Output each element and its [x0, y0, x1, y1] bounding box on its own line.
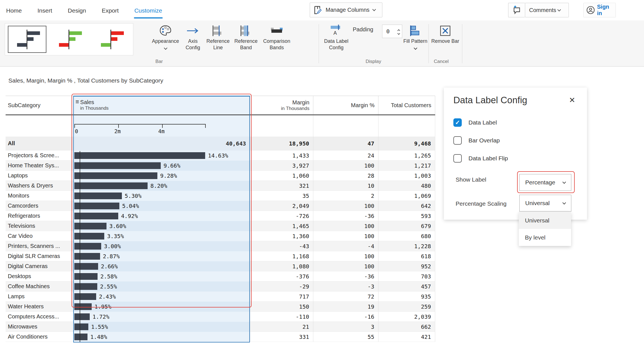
customers-cell[interactable]: 9,468 — [378, 137, 435, 151]
hamburger-icon[interactable]: ≡ — [75, 99, 79, 105]
header-sales[interactable]: ≡ Sales in Thousands — [73, 96, 250, 114]
margin-pct-cell[interactable]: 100 — [313, 201, 378, 211]
margin-pct-cell[interactable]: 24 — [313, 151, 378, 161]
menu-item-insert[interactable]: Insert — [37, 1, 53, 21]
sales-bar-cell[interactable]: 2.66% — [73, 261, 250, 271]
axis-config-button[interactable]: Axis Config — [182, 24, 204, 57]
customers-cell[interactable]: 1,217 — [378, 161, 435, 171]
margin-cell[interactable]: 1,433 — [250, 151, 313, 161]
subcategory-cell[interactable]: Lamps — [6, 292, 73, 302]
sales-bar-cell[interactable]: 4.92% — [73, 211, 250, 221]
subcategory-cell[interactable]: Computers Access... — [6, 312, 73, 322]
customers-cell[interactable]: 259 — [378, 302, 435, 312]
sales-bar-cell[interactable]: 2.43% — [73, 292, 250, 302]
add-comment-button[interactable] — [508, 3, 525, 17]
subcategory-cell[interactable]: Air Conditioners — [6, 332, 73, 342]
customers-cell[interactable]: 618 — [378, 251, 435, 261]
sales-bar-cell[interactable]: 2.58% — [73, 271, 250, 281]
sales-bar-cell[interactable]: 8.20% — [73, 181, 250, 191]
sales-bar-cell[interactable]: 1.95% — [73, 302, 250, 312]
sales-bar-cell[interactable]: 3.35% — [73, 231, 250, 241]
sales-total-cell[interactable]: 40,643 — [73, 137, 250, 151]
sales-bar-cell[interactable]: 9.66% — [73, 161, 250, 171]
menu-item-customize[interactable]: Customize — [134, 1, 163, 21]
margin-cell[interactable]: -110 — [250, 312, 313, 322]
customers-cell[interactable]: 662 — [378, 322, 435, 332]
green-red-bar-style[interactable] — [50, 26, 88, 53]
menu-item-home[interactable]: Home — [6, 1, 22, 21]
sales-bar[interactable] — [74, 283, 97, 290]
subcategory-cell[interactable]: Desktops — [6, 271, 73, 281]
sales-bar[interactable] — [74, 243, 101, 250]
dropdown-option-by-level[interactable]: By level — [519, 229, 571, 246]
customers-cell[interactable]: 680 — [378, 231, 435, 241]
sales-bar-cell[interactable]: 1.48% — [73, 332, 250, 342]
customers-cell[interactable]: 935 — [378, 292, 435, 302]
header-subcategory[interactable]: SubCategory — [6, 96, 73, 114]
comparison-bands-button[interactable]: Comparison Bands — [260, 24, 293, 57]
margin-pct-cell[interactable]: -4 — [313, 241, 378, 251]
dark-bar-style[interactable] — [8, 26, 46, 53]
margin-pct-cell[interactable]: 10 — [313, 181, 378, 191]
sales-bar[interactable] — [74, 162, 161, 169]
margin-cell[interactable]: 1,080 — [250, 261, 313, 271]
appearance-button[interactable]: Appearance — [150, 24, 181, 57]
margin-pct-cell[interactable]: 100 — [313, 221, 378, 231]
data-label-checkbox[interactable]: ✓ — [453, 118, 462, 127]
margin-pct-cell[interactable]: 55 — [313, 332, 378, 342]
margin-pct-cell[interactable]: 100 — [313, 161, 378, 171]
customers-cell[interactable]: 1,069 — [378, 191, 435, 201]
customers-cell[interactable]: 480 — [378, 181, 435, 191]
margin-cell[interactable]: 1,060 — [250, 171, 313, 181]
subcategory-cell[interactable]: Car Video — [6, 231, 73, 241]
subcategory-cell[interactable]: Coffee Machines — [6, 281, 73, 292]
percentage-scaling-dropdown[interactable]: Universal — [519, 195, 571, 212]
dropdown-option-universal[interactable]: Universal — [519, 212, 571, 229]
customers-cell[interactable]: 421 — [378, 332, 435, 342]
margin-cell[interactable]: -726 — [250, 211, 313, 221]
margin-pct-cell[interactable]: 28 — [313, 171, 378, 181]
subcategory-cell[interactable]: All — [6, 137, 73, 151]
subcategory-cell[interactable]: Printers, Scanners ... — [6, 241, 73, 251]
customers-cell[interactable]: 703 — [378, 271, 435, 281]
sales-bar-cell[interactable]: 9.28% — [73, 171, 250, 181]
data-label-flip-checkbox[interactable] — [453, 154, 462, 163]
margin-cell[interactable]: 18,950 — [250, 137, 313, 151]
subcategory-cell[interactable]: Digital Cameras — [6, 261, 73, 271]
subcategory-cell[interactable]: Digital SLR Cameras — [6, 251, 73, 261]
sales-bar-cell[interactable]: 3.00% — [73, 241, 250, 251]
reference-band-button[interactable]: Reference Band — [233, 24, 259, 57]
margin-cell[interactable]: 1,360 — [250, 231, 313, 241]
subcategory-cell[interactable]: Camcorders — [6, 201, 73, 211]
margin-pct-cell[interactable]: 3 — [313, 322, 378, 332]
subcategory-cell[interactable]: Microwaves — [6, 322, 73, 332]
margin-pct-cell[interactable]: 100 — [313, 261, 378, 271]
sales-bar-cell[interactable]: 14.63% — [73, 151, 250, 161]
reference-line-button[interactable]: Reference Line — [205, 24, 231, 57]
margin-cell[interactable]: 1,168 — [250, 251, 313, 261]
red-green-bar-style[interactable] — [92, 26, 130, 53]
customers-cell[interactable]: 952 — [378, 261, 435, 271]
margin-pct-cell[interactable]: -36 — [313, 211, 378, 221]
customers-cell[interactable]: 2,039 — [378, 312, 435, 322]
sales-bar-cell[interactable]: 3.60% — [73, 221, 250, 231]
sales-bar[interactable] — [74, 203, 119, 209]
padding-stepper[interactable]: 0 — [382, 25, 402, 38]
sales-bar[interactable] — [74, 233, 104, 240]
manage-columns-button[interactable]: Manage Columns — [310, 3, 382, 17]
sales-bar[interactable] — [74, 152, 205, 159]
margin-cell[interactable]: 2,049 — [250, 201, 313, 211]
sales-bar-cell[interactable]: 1.55% — [73, 322, 250, 332]
margin-cell[interactable]: 331 — [250, 332, 313, 342]
data-label-config-button[interactable]: A Data Label Config — [321, 24, 351, 57]
sales-bar[interactable] — [74, 193, 122, 199]
margin-cell[interactable]: 3,927 — [250, 161, 313, 171]
customers-cell[interactable]: 1,265 — [378, 151, 435, 161]
margin-pct-cell[interactable]: 19 — [313, 302, 378, 312]
sales-bar[interactable] — [74, 253, 100, 260]
customers-cell[interactable]: 642 — [378, 201, 435, 211]
sales-bar[interactable] — [74, 263, 98, 270]
sales-bar[interactable] — [74, 213, 118, 219]
margin-cell[interactable]: 150 — [250, 302, 313, 312]
menu-item-export[interactable]: Export — [101, 1, 119, 21]
